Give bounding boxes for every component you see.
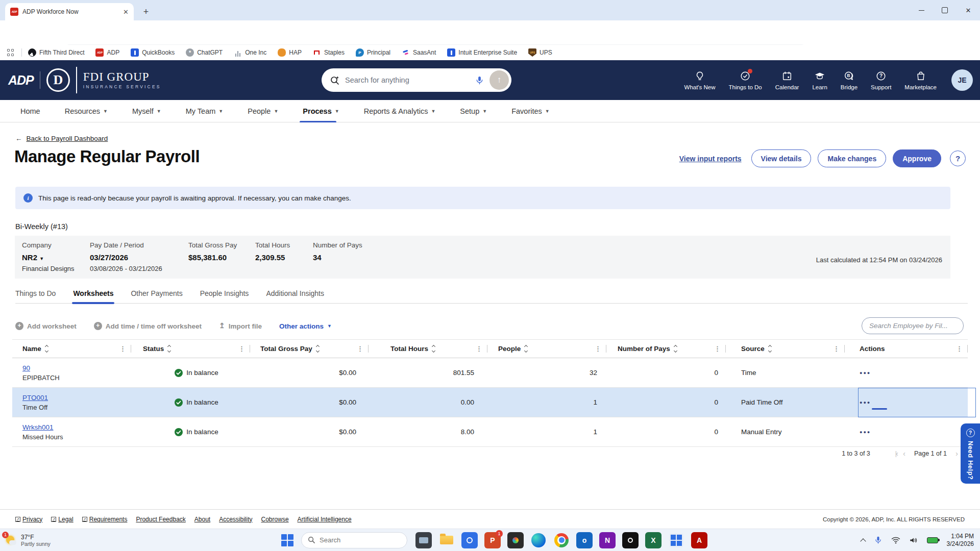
- footer-ai-link[interactable]: Artificial Intelligence: [298, 516, 352, 523]
- sort-icon[interactable]: [168, 345, 170, 352]
- col-name[interactable]: Name⋮: [12, 340, 131, 358]
- close-window-button[interactable]: ✕: [957, 0, 980, 20]
- marketplace-button[interactable]: Marketplace: [900, 70, 941, 90]
- battery-icon[interactable]: [927, 537, 938, 543]
- nav-home[interactable]: Home: [20, 100, 40, 122]
- bookmark-chatgpt[interactable]: *ChatGPT: [186, 48, 223, 57]
- first-page-button[interactable]: |‹: [896, 449, 898, 458]
- sort-icon[interactable]: [769, 345, 771, 352]
- search-submit-icon[interactable]: ↑: [489, 70, 509, 90]
- tab-worksheets[interactable]: Worksheets: [73, 289, 113, 303]
- company-dropdown[interactable]: NR2 ▼: [22, 253, 90, 262]
- apps-grid-icon[interactable]: [7, 49, 14, 56]
- approve-button[interactable]: Approve: [893, 149, 941, 167]
- footer-legal-link[interactable]: ↗Legal: [51, 516, 73, 523]
- nav-setup[interactable]: Setup▼: [460, 100, 487, 122]
- taskbar-app-outlook[interactable]: o: [576, 532, 593, 548]
- nav-process[interactable]: Process▼: [303, 100, 339, 122]
- bookmark-hap[interactable]: HAP: [278, 48, 302, 57]
- help-button[interactable]: ?: [950, 151, 966, 166]
- footer-privacy-link[interactable]: ↗Privacy: [15, 516, 42, 523]
- col-hours[interactable]: Total Hours⋮: [369, 340, 487, 358]
- tab-other-payments[interactable]: Other Payments: [131, 289, 182, 303]
- col-pays[interactable]: Number of Pays⋮: [606, 340, 726, 358]
- sort-icon[interactable]: [525, 345, 527, 352]
- employee-search-input[interactable]: [869, 322, 961, 330]
- taskbar-app-onenote[interactable]: N: [599, 532, 616, 548]
- row-actions-button[interactable]: ●●●: [860, 370, 968, 375]
- taskbar-app-acrobat[interactable]: A: [691, 532, 707, 548]
- bridge-button[interactable]: B Bridge: [836, 70, 862, 90]
- column-menu-icon[interactable]: ⋮: [119, 345, 126, 353]
- footer-accessibility-link[interactable]: Accessibility: [219, 516, 252, 523]
- col-gross[interactable]: Total Gross Pay⋮: [250, 340, 369, 358]
- make-changes-button[interactable]: Make changes: [818, 149, 886, 167]
- col-source[interactable]: Source⋮: [726, 340, 845, 358]
- prev-page-button[interactable]: ‹: [903, 449, 905, 458]
- taskbar-clock[interactable]: 1:04 PM 3/24/2026: [947, 533, 974, 548]
- search-input[interactable]: [345, 76, 470, 84]
- column-menu-icon[interactable]: ⋮: [833, 345, 840, 353]
- tray-expand-icon[interactable]: [860, 538, 866, 544]
- other-actions-dropdown[interactable]: Other actions ▼: [279, 322, 332, 330]
- minimize-button[interactable]: [910, 0, 933, 20]
- things-to-do-button[interactable]: Things to Do: [724, 70, 767, 90]
- column-menu-icon[interactable]: ⋮: [357, 345, 363, 353]
- volume-icon[interactable]: [909, 536, 918, 544]
- footer-requirements-link[interactable]: ↗Requirements: [82, 516, 128, 523]
- col-status[interactable]: Status⋮: [131, 340, 250, 358]
- maximize-button[interactable]: [933, 0, 957, 20]
- taskbar-app-excel[interactable]: X: [645, 532, 662, 548]
- taskbar-app-monitor[interactable]: [415, 532, 432, 548]
- taskbar-app-file-explorer[interactable]: [438, 532, 455, 548]
- tab-things-to-do[interactable]: Things to Do: [15, 289, 56, 303]
- sort-icon[interactable]: [674, 345, 677, 352]
- column-menu-icon[interactable]: ⋮: [238, 345, 245, 353]
- column-menu-icon[interactable]: ⋮: [714, 345, 721, 353]
- tab-additional-insights[interactable]: Additional Insights: [266, 289, 324, 303]
- taskbar-app-remote-desktop[interactable]: [668, 532, 684, 548]
- bookmark-ups[interactable]: UPSUPS: [528, 48, 552, 57]
- learn-button[interactable]: Learn: [807, 70, 831, 90]
- support-button[interactable]: ? Support: [866, 70, 896, 90]
- nav-resources[interactable]: Resources▼: [65, 100, 108, 122]
- employee-search-box[interactable]: [862, 317, 964, 334]
- taskbar-app-powerpoint[interactable]: P1: [484, 532, 501, 548]
- sort-icon[interactable]: [45, 345, 48, 352]
- browser-tab[interactable]: ADP ADP Workforce Now ✕: [5, 3, 134, 20]
- company-name-link[interactable]: Financial Designs: [22, 265, 90, 272]
- user-avatar[interactable]: JE: [951, 69, 973, 91]
- nav-myself[interactable]: Myself▼: [132, 100, 161, 122]
- import-file-button[interactable]: ↥ Import file: [219, 322, 262, 330]
- wifi-icon[interactable]: [891, 536, 900, 544]
- row-actions-button[interactable]: ●●●: [860, 430, 968, 435]
- need-help-tab[interactable]: ? Need Help?: [961, 423, 980, 484]
- footer-about-link[interactable]: About: [194, 516, 210, 523]
- col-people[interactable]: People⋮: [487, 340, 606, 358]
- microphone-icon[interactable]: [874, 536, 883, 544]
- column-menu-icon[interactable]: ⋮: [595, 345, 601, 353]
- column-menu-icon[interactable]: ⋮: [956, 345, 963, 353]
- whats-new-button[interactable]: What's New: [680, 70, 720, 90]
- add-time-worksheet-button[interactable]: + Add time / time off worksheet: [94, 322, 202, 330]
- worksheet-link[interactable]: PTO001: [22, 394, 131, 402]
- taskbar-app-dark[interactable]: [622, 532, 639, 548]
- add-worksheet-button[interactable]: + Add worksheet: [15, 322, 77, 330]
- start-button[interactable]: [281, 534, 294, 547]
- view-details-button[interactable]: View details: [751, 149, 812, 167]
- nav-favorites[interactable]: Favorites▼: [511, 100, 550, 122]
- global-search[interactable]: ↑: [322, 68, 511, 92]
- weather-widget[interactable]: 1 37°F Partly sunny: [0, 534, 77, 547]
- worksheet-link[interactable]: Wrksh001: [22, 423, 131, 431]
- view-input-reports-link[interactable]: View input reports: [679, 155, 742, 163]
- taskbar-app-edge[interactable]: [530, 532, 547, 548]
- bookmark-principal[interactable]: PPrincipal: [356, 48, 390, 57]
- nav-reports-analytics[interactable]: Reports & Analytics▼: [364, 100, 436, 122]
- worksheet-link[interactable]: 90: [22, 364, 131, 372]
- taskbar-search-input[interactable]: [320, 536, 391, 544]
- bookmark-quickbooks[interactable]: QuickBooks: [131, 48, 175, 57]
- microphone-icon[interactable]: [475, 76, 484, 85]
- footer-cobrowse-link[interactable]: Cobrowse: [261, 516, 289, 523]
- bookmark-fifth-third[interactable]: Fifth Third Direct: [28, 48, 84, 57]
- sort-icon[interactable]: [316, 345, 319, 352]
